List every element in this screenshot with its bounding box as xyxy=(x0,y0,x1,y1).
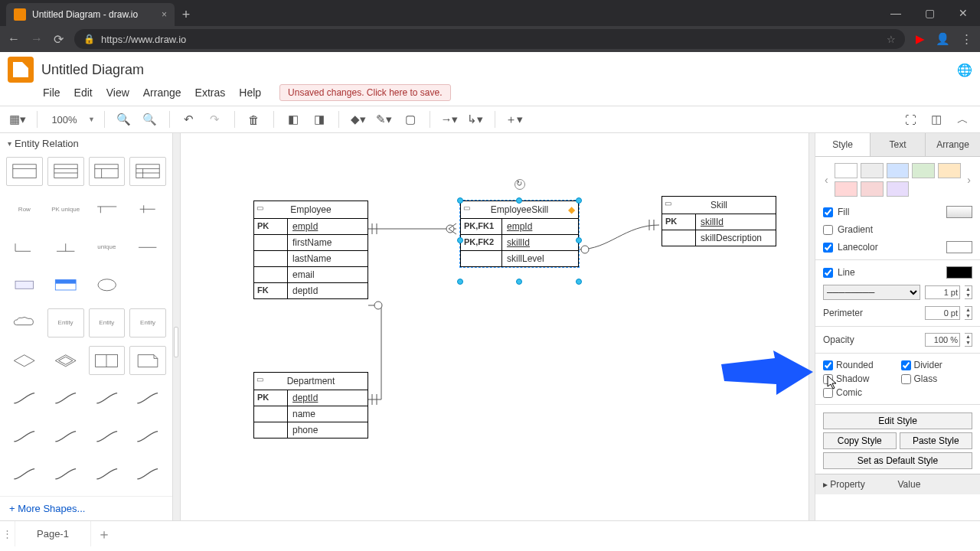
shape-conn-9[interactable] xyxy=(6,460,43,489)
shape-conn-5[interactable] xyxy=(6,422,43,451)
shape-conn-6[interactable] xyxy=(47,422,84,451)
shape-conn-4[interactable] xyxy=(129,384,166,413)
line-checkbox[interactable] xyxy=(823,268,833,278)
tab-style[interactable]: Style xyxy=(815,133,871,156)
waypoint-icon[interactable]: ↳▾ xyxy=(466,109,485,129)
nav-reload-icon[interactable]: ⟳ xyxy=(54,32,64,47)
zoom-in-icon[interactable]: 🔍 xyxy=(114,109,134,129)
shape-attribute-ellipse[interactable] xyxy=(89,270,126,299)
language-globe-icon[interactable]: 🌐 xyxy=(957,63,972,77)
format-panel-toggle-icon[interactable]: ◫ xyxy=(926,109,946,129)
shape-row-5[interactable] xyxy=(6,233,43,262)
shape-conn-2[interactable] xyxy=(47,384,84,413)
undo-icon[interactable]: ↶ xyxy=(179,109,199,129)
shape-entity-split[interactable] xyxy=(89,346,126,375)
address-bar[interactable]: 🔒 https://www.draw.io ☆ xyxy=(74,29,905,49)
edit-style-button[interactable]: Edit Style xyxy=(823,412,972,429)
app-title[interactable]: Untitled Diagram xyxy=(41,62,144,78)
selection-handle[interactable] xyxy=(457,237,463,243)
opacity-stepper[interactable]: ▲▼ xyxy=(965,333,972,347)
unsaved-warning[interactable]: Unsaved changes. Click here to save. xyxy=(279,84,450,101)
entity-employee[interactable]: ▭Employee PKempId firstName lastName ema… xyxy=(253,201,368,299)
shadow-checkbox[interactable] xyxy=(823,374,833,384)
shape-conn-12[interactable] xyxy=(129,460,166,489)
fullscreen-icon[interactable]: ⛶ xyxy=(900,109,920,129)
nav-forward-icon[interactable]: → xyxy=(31,32,43,46)
tab-close-icon[interactable]: × xyxy=(162,9,167,20)
shape-cloud[interactable] xyxy=(6,308,43,337)
shape-conn-3[interactable] xyxy=(89,384,126,413)
glass-checkbox[interactable] xyxy=(901,374,911,384)
tab-text[interactable]: Text xyxy=(871,133,926,156)
fill-checkbox[interactable] xyxy=(823,207,833,217)
line-style-select[interactable]: ──────── xyxy=(823,285,920,300)
menu-arrange[interactable]: Arrange xyxy=(143,86,181,99)
shape-row-8[interactable] xyxy=(129,233,166,262)
selection-handle[interactable] xyxy=(576,237,582,243)
insert-icon[interactable]: ＋▾ xyxy=(505,109,524,129)
delete-icon[interactable]: 🗑 xyxy=(244,109,264,129)
swatch[interactable] xyxy=(861,163,884,178)
rounded-checkbox[interactable] xyxy=(823,360,833,370)
zoom-level[interactable]: 100% xyxy=(47,114,82,126)
shape-row[interactable]: Row xyxy=(6,194,43,223)
selection-handle[interactable] xyxy=(576,279,582,285)
menu-file[interactable]: File xyxy=(43,86,60,99)
entity-skill[interactable]: ▭Skill PKskillId skillDescription xyxy=(662,196,776,246)
window-close-icon[interactable]: ✕ xyxy=(946,0,980,26)
browser-menu-icon[interactable]: ⋮ xyxy=(961,32,972,46)
shape-entity-3[interactable]: Entity xyxy=(129,308,166,337)
swatch[interactable] xyxy=(835,181,858,197)
set-default-style-button[interactable]: Set as Default Style xyxy=(823,452,972,469)
menu-view[interactable]: View xyxy=(106,86,129,99)
shape-table-2[interactable] xyxy=(47,157,84,186)
entity-employeeskill[interactable]: ▭EmployeeSkill◆ PK,FK1empId PK,FK2skillI… xyxy=(460,201,579,267)
fill-color-chip[interactable] xyxy=(946,206,972,218)
window-minimize-icon[interactable]: — xyxy=(879,0,913,26)
nav-back-icon[interactable]: ← xyxy=(8,32,20,46)
shape-row-pk2[interactable] xyxy=(89,194,126,223)
swatch[interactable] xyxy=(912,163,935,178)
shape-weak-relation[interactable] xyxy=(47,346,84,375)
shape-relation-diamond[interactable] xyxy=(6,346,43,375)
line-color-icon[interactable]: ✎▾ xyxy=(374,109,394,129)
swatch-next-icon[interactable]: › xyxy=(965,174,972,186)
line-width-stepper[interactable]: ▲▼ xyxy=(965,285,972,299)
menu-help[interactable]: Help xyxy=(239,86,261,99)
menu-edit[interactable]: Edit xyxy=(74,86,93,99)
shape-row-pk[interactable]: PK unique xyxy=(47,194,84,223)
shape-conn-1[interactable] xyxy=(6,384,43,413)
more-shapes-link[interactable]: + More Shapes... xyxy=(0,496,172,520)
sidebar-section-title[interactable]: Entity Relation xyxy=(0,133,172,154)
shape-row-7[interactable]: unique xyxy=(89,233,126,262)
profile-avatar-icon[interactable]: 👤 xyxy=(936,32,950,46)
selection-handle[interactable] xyxy=(516,279,522,285)
menu-extras[interactable]: Extras xyxy=(195,86,226,99)
gradient-checkbox[interactable] xyxy=(823,225,833,235)
opacity-field[interactable]: 100 % xyxy=(925,333,960,347)
swatch[interactable] xyxy=(861,181,884,197)
redo-icon[interactable]: ↷ xyxy=(205,109,225,129)
shape-conn-8[interactable] xyxy=(129,422,166,451)
swatch-prev-icon[interactable]: ‹ xyxy=(823,174,830,186)
shape-entity-title[interactable] xyxy=(6,270,43,299)
sidebar-collapse-handle[interactable] xyxy=(174,327,178,357)
new-tab-button[interactable]: + xyxy=(175,3,198,26)
shape-conn-11[interactable] xyxy=(89,460,126,489)
properties-header[interactable]: ▸ Property Value xyxy=(815,474,980,494)
collapse-right-icon[interactable]: ︿ xyxy=(952,109,972,129)
rotate-handle[interactable] xyxy=(514,179,525,190)
selection-handle[interactable] xyxy=(457,197,463,204)
selection-handle[interactable] xyxy=(457,279,463,285)
connection-icon[interactable]: →▾ xyxy=(439,109,459,129)
copy-style-button[interactable]: Copy Style xyxy=(823,432,897,449)
selection-handle[interactable] xyxy=(516,197,522,204)
shape-entity-2[interactable]: Entity xyxy=(89,308,126,337)
selection-handle[interactable] xyxy=(576,197,582,204)
page-tabs-menu-icon[interactable]: ⋮ xyxy=(0,521,15,546)
swatch[interactable] xyxy=(887,163,910,178)
shape-conn-7[interactable] xyxy=(89,422,126,451)
to-back-icon[interactable]: ◨ xyxy=(309,109,329,129)
shape-table-4[interactable] xyxy=(129,157,166,186)
paste-style-button[interactable]: Paste Style xyxy=(900,432,973,449)
